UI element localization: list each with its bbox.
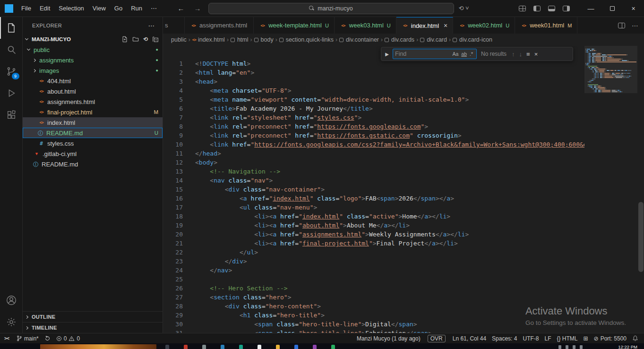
scrollbar-thumb[interactable] [638,202,644,272]
close-tab-icon[interactable]: × [444,22,447,29]
menu-run[interactable]: Run [127,3,146,14]
code-line[interactable]: 21 <li><a href="final-project.html">Fina… [163,239,583,248]
maximize-button[interactable] [601,0,623,17]
code-line[interactable]: 20 <li><a href="assignments.html">Weekly… [163,230,583,239]
close-button[interactable]: × [623,0,644,17]
code-line[interactable]: 28 <div class="hero-content"> [163,302,583,311]
code-line[interactable]: 9 <link rel="preconnect" href="https://f… [163,131,583,140]
code-line[interactable]: 7 <link rel="stylesheet" href="styles.cs… [163,113,583,122]
toggle-secondary-sidebar-icon[interactable] [563,6,570,11]
taskbar-app-icon[interactable] [313,345,317,349]
back-icon[interactable]: ← [175,3,187,13]
language-mode[interactable]: {} HTML [554,333,580,344]
breadcrumb-div-container[interactable]: div.container [339,36,379,43]
code-line[interactable]: 8 <link rel="preconnect" href="https://f… [163,122,583,131]
regex-icon[interactable]: .* [468,51,474,57]
taskbar-window-preview[interactable] [40,344,156,349]
cursor-position[interactable]: Ln 61, Col 44 [450,333,489,344]
code-line[interactable]: 22 </ul> [163,248,583,257]
refresh-dropdown-icon[interactable]: ⟲ ˅ [458,5,469,12]
split-editor-icon[interactable] [618,23,625,28]
code-line[interactable]: 25 [163,275,583,284]
toggle-sidebar-icon[interactable] [533,6,541,11]
notifications[interactable] [629,333,641,344]
code-line[interactable]: 15 <div class="nav-container"> [163,185,583,194]
code-line[interactable]: 12<body> [163,158,583,167]
code-line[interactable]: 3<head> [163,77,583,86]
overtype-indicator[interactable]: OVR [423,333,450,344]
taskbar-app-icon[interactable] [331,345,335,349]
match-case-icon[interactable]: Aa [451,51,460,57]
code-line[interactable]: 23 </div> [163,257,583,266]
new-folder-icon[interactable] [132,36,139,43]
code-line[interactable]: 19 <li><a href="about.html">About Me</a>… [163,221,583,230]
problems-item[interactable]: 0 0 [53,333,83,344]
minimize-button[interactable]: — [580,0,601,17]
file-readme-md[interactable]: iREADME.md [23,159,163,169]
code-line[interactable]: 4 <meta charset="UTF-8"> [163,86,583,95]
code-editor[interactable]: 1<!DOCTYPE html>2<html lang="en">3<head>… [163,46,644,333]
code-line[interactable]: 24 </nav> [163,266,583,275]
forward-icon[interactable]: → [191,3,203,13]
sync-changes[interactable] [42,333,53,344]
editor-more-icon[interactable]: ⋯ [632,22,638,29]
tab-index-html[interactable]: <>index.html× [396,17,453,34]
live-server-port[interactable]: ⊘Port: 5500 [591,333,629,344]
minimap[interactable] [584,46,637,333]
indentation[interactable]: Spaces: 4 [489,333,520,344]
code-line[interactable]: 29 <h1 class="hero-title"> [163,311,583,320]
customize-layout-icon[interactable] [519,6,526,11]
search-sidebar-icon[interactable] [0,39,23,61]
tab-s[interactable]: s [163,17,185,34]
menu-selection[interactable]: Selection [54,3,88,14]
eol[interactable]: LF [541,333,554,344]
code-line[interactable]: 17 <ul class="nav-menu"> [163,203,583,212]
find-input[interactable] [395,51,451,57]
whole-word-icon[interactable]: ab [460,51,468,57]
code-line[interactable]: 26 <!-- Hero Section --> [163,284,583,293]
extensions-icon[interactable] [0,104,23,126]
folder-images[interactable]: images● [23,65,163,76]
run-debug-icon[interactable] [0,82,23,104]
file-about-html[interactable]: <>about.html [23,86,163,96]
code-line[interactable]: 13 <!-- Navigation --> [163,167,583,176]
minimap-slider[interactable] [584,46,637,93]
file-gitlab-ci-yml[interactable]: ▼.gitlab-ci.yml [23,148,163,159]
taskbar-app-icon[interactable] [184,345,188,349]
find-next-icon[interactable]: ↓ [518,51,524,58]
folder-assignments[interactable]: assignments● [23,55,163,65]
menu-edit[interactable]: Edit [35,3,54,14]
encoding[interactable]: UTF-8 [520,333,541,344]
code-line[interactable]: 2<html lang="en"> [163,68,583,77]
menu-view[interactable]: View [88,3,110,14]
git-blame[interactable]: Manzi Mucyo (1 day ago) [354,333,423,344]
branch-item[interactable]: main* [13,333,42,344]
breadcrumb-div-card-icon[interactable]: div.card-icon [453,36,492,43]
new-file-icon[interactable] [121,36,128,43]
file-404-html[interactable]: <>404.html [23,76,163,86]
find-previous-icon[interactable]: ↑ [511,51,516,58]
refresh-explorer-icon[interactable]: ⟲ [143,36,148,43]
code-line[interactable]: 16 <a href="index.html" class="logo">FAB… [163,194,583,203]
breadcrumb-div-cards[interactable]: div.cards [385,36,414,43]
code-line[interactable]: 14 <nav class="nav"> [163,176,583,185]
taskbar-app-icon[interactable] [202,345,206,349]
code-line[interactable]: 30 <span class="hero-title-line">Digital… [163,320,583,329]
toggle-replace-icon[interactable]: ▶ [384,52,390,57]
breadcrumb-index-html[interactable]: <>index.html [192,36,225,43]
folder-public[interactable]: public● [23,44,163,55]
file-assignments-html[interactable]: <>assignments.html [23,96,163,107]
code-line[interactable]: 6 <title>Fab Academy 2026 - My Journey</… [163,104,583,113]
tab-week01-html[interactable]: <>week01.htmlM [515,17,577,34]
taskbar-app-icon[interactable] [276,345,280,349]
menu-file[interactable]: File [17,3,35,14]
tab-week-template-html[interactable]: <>week-template.htmlU [254,17,335,34]
menu-go[interactable]: Go [110,3,127,14]
file-final-project-html[interactable]: <>final-project.htmlM [23,107,163,117]
taskbar-app-icon[interactable] [221,345,224,349]
taskbar-app-icon[interactable] [294,345,298,349]
close-find-icon[interactable]: × [533,51,539,58]
command-center-search[interactable]: manzi-mucyo [208,3,454,14]
explorer-more-icon[interactable]: ⋯ [148,22,155,29]
taskbar-clock[interactable]: 12:22 PM [618,344,637,349]
